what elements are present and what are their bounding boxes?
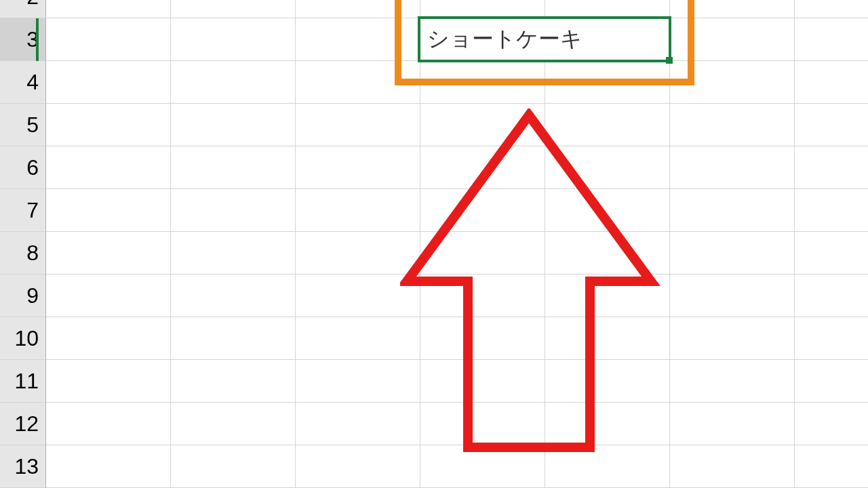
- spreadsheet-grid[interactable]: 2 3 4 5 6 7 8 9: [0, 0, 868, 488]
- cell[interactable]: [795, 61, 868, 104]
- cell[interactable]: [46, 232, 171, 274]
- cell[interactable]: [171, 61, 296, 104]
- cell[interactable]: [795, 317, 868, 360]
- cell[interactable]: [46, 445, 171, 488]
- cell[interactable]: [171, 232, 296, 274]
- cell[interactable]: [171, 317, 296, 360]
- cell[interactable]: [795, 18, 868, 61]
- cell[interactable]: [670, 403, 795, 445]
- cell[interactable]: [670, 445, 795, 488]
- cell[interactable]: [46, 403, 171, 445]
- cell[interactable]: [296, 18, 420, 61]
- cell[interactable]: [171, 189, 296, 232]
- table-row: 4: [0, 61, 868, 104]
- cell[interactable]: [670, 61, 795, 104]
- cell[interactable]: [420, 232, 545, 274]
- cell[interactable]: [46, 61, 171, 104]
- cell[interactable]: [171, 18, 296, 61]
- cell[interactable]: [795, 445, 868, 488]
- row-header[interactable]: 7: [0, 189, 46, 232]
- cell[interactable]: [670, 317, 795, 360]
- cell[interactable]: [545, 232, 670, 274]
- cell[interactable]: [296, 403, 420, 445]
- row-header[interactable]: 6: [0, 146, 46, 189]
- cell[interactable]: [420, 317, 545, 360]
- cell[interactable]: [420, 445, 545, 488]
- cell[interactable]: [545, 104, 670, 146]
- row-header[interactable]: 4: [0, 61, 46, 104]
- cell[interactable]: [545, 360, 670, 403]
- row-header[interactable]: 12: [0, 403, 46, 445]
- cell[interactable]: [171, 360, 296, 403]
- cell[interactable]: [420, 146, 545, 189]
- cell[interactable]: [296, 0, 420, 18]
- row-header[interactable]: 8: [0, 232, 46, 274]
- cell[interactable]: [670, 146, 795, 189]
- table-row: 6: [0, 146, 868, 189]
- cell[interactable]: [795, 104, 868, 146]
- cell[interactable]: [171, 445, 296, 488]
- cell[interactable]: [296, 189, 420, 232]
- cell[interactable]: [795, 189, 868, 232]
- cell[interactable]: [46, 360, 171, 403]
- cell[interactable]: [296, 360, 420, 403]
- cell[interactable]: [670, 360, 795, 403]
- cell[interactable]: [420, 360, 545, 403]
- cell[interactable]: [420, 403, 545, 445]
- cell[interactable]: [545, 445, 670, 488]
- cell[interactable]: [545, 317, 670, 360]
- cell[interactable]: [296, 274, 420, 317]
- cell[interactable]: [171, 403, 296, 445]
- cell[interactable]: [46, 0, 171, 18]
- cell[interactable]: [670, 232, 795, 274]
- cell[interactable]: [670, 189, 795, 232]
- cell[interactable]: [795, 360, 868, 403]
- cell[interactable]: [545, 189, 670, 232]
- table-row: 8: [0, 232, 868, 274]
- cell[interactable]: [296, 445, 420, 488]
- cell[interactable]: [420, 0, 545, 18]
- cell[interactable]: [46, 18, 171, 61]
- cell[interactable]: [545, 146, 670, 189]
- row-header-selected[interactable]: 3: [0, 18, 46, 61]
- fill-handle[interactable]: [666, 57, 673, 64]
- cell[interactable]: [670, 274, 795, 317]
- cell[interactable]: [171, 146, 296, 189]
- row-header[interactable]: 5: [0, 104, 46, 146]
- cell[interactable]: [46, 317, 171, 360]
- cell[interactable]: [545, 274, 670, 317]
- cell[interactable]: [420, 61, 545, 104]
- cell[interactable]: [171, 104, 296, 146]
- cell[interactable]: [420, 189, 545, 232]
- cell[interactable]: [670, 104, 795, 146]
- cell[interactable]: [795, 403, 868, 445]
- cell[interactable]: [795, 146, 868, 189]
- row-header[interactable]: 2: [0, 0, 46, 18]
- cell[interactable]: [171, 0, 296, 18]
- cell[interactable]: [46, 104, 171, 146]
- cell[interactable]: [670, 18, 795, 61]
- row-header[interactable]: 13: [0, 445, 46, 488]
- cell[interactable]: [795, 232, 868, 274]
- cell[interactable]: [420, 104, 545, 146]
- cell[interactable]: [46, 189, 171, 232]
- cell[interactable]: [420, 274, 545, 317]
- cell[interactable]: [296, 232, 420, 274]
- cell[interactable]: [296, 317, 420, 360]
- cell[interactable]: [545, 0, 670, 18]
- cell[interactable]: [670, 0, 795, 18]
- active-cell[interactable]: ショートケーキ: [418, 16, 671, 62]
- cell[interactable]: [46, 146, 171, 189]
- cell[interactable]: [545, 403, 670, 445]
- cell[interactable]: [46, 274, 171, 317]
- cell[interactable]: [795, 274, 868, 317]
- cell[interactable]: [296, 61, 420, 104]
- row-header[interactable]: 10: [0, 317, 46, 360]
- cell[interactable]: [296, 104, 420, 146]
- cell[interactable]: [545, 61, 670, 104]
- cell[interactable]: [296, 146, 420, 189]
- cell[interactable]: [171, 274, 296, 317]
- cell[interactable]: [795, 0, 868, 18]
- row-header[interactable]: 9: [0, 274, 46, 317]
- row-header[interactable]: 11: [0, 360, 46, 403]
